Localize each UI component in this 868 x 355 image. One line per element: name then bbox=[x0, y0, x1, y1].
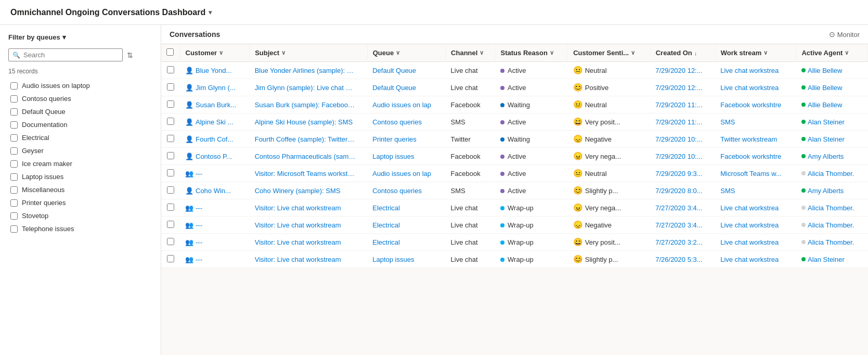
queue-item-audio-issues[interactable]: Audio issues on laptop bbox=[8, 79, 152, 92]
table-row[interactable]: 👤Coho Win...Coho Winery (sample): SMSCon… bbox=[161, 182, 868, 199]
table-row[interactable]: 👥---Visitor: Microsoft Teams workstreanA… bbox=[161, 165, 868, 182]
queue-link[interactable]: Contoso queries bbox=[372, 118, 422, 126]
col-header-customer_senti[interactable]: Customer Senti...∨ bbox=[568, 44, 650, 62]
queue-link[interactable]: Laptop issues bbox=[372, 256, 414, 263]
created-on-link[interactable]: 7/26/2020 5:3... bbox=[655, 256, 702, 263]
work-stream-link[interactable]: Live chat workstrea bbox=[720, 204, 788, 212]
work-stream-link[interactable]: Facebook workshtre bbox=[720, 153, 788, 160]
row-checkbox-cell[interactable] bbox=[161, 96, 180, 113]
queue-link[interactable]: Audio issues on lap bbox=[372, 101, 431, 109]
queue-checkbox-stovetop[interactable] bbox=[10, 212, 18, 220]
agent-link[interactable]: Alan Steiner bbox=[808, 135, 845, 143]
work-stream-link[interactable]: Live chat workstrea bbox=[720, 256, 788, 263]
row-checkbox-cell[interactable] bbox=[161, 148, 180, 165]
agent-link[interactable]: Alan Steiner bbox=[808, 256, 845, 263]
queue-link[interactable]: Default Queue bbox=[372, 84, 416, 92]
row-checkbox[interactable] bbox=[167, 221, 174, 228]
title-chevron-icon[interactable]: ▾ bbox=[209, 9, 212, 16]
queue-link[interactable]: Printer queries bbox=[372, 135, 417, 143]
queue-item-stovetop[interactable]: Stovetop bbox=[8, 209, 152, 222]
queue-checkbox-default-queue[interactable] bbox=[10, 108, 18, 116]
created-on-link[interactable]: 7/29/2020 12:... bbox=[655, 67, 702, 74]
customer-link[interactable]: --- bbox=[196, 204, 202, 212]
col-header-status_reason[interactable]: Status Reason∨ bbox=[495, 44, 568, 62]
row-checkbox[interactable] bbox=[167, 118, 174, 125]
queue-link[interactable]: Audio issues on lap bbox=[372, 170, 431, 178]
row-checkbox[interactable] bbox=[167, 169, 174, 176]
col-header-work_stream[interactable]: Work stream∨ bbox=[715, 44, 796, 62]
work-stream-link[interactable]: Microsoft Teams w... bbox=[720, 170, 788, 178]
col-header-channel[interactable]: Channel∨ bbox=[446, 44, 495, 62]
agent-link[interactable]: Alicia Thomber. bbox=[808, 221, 854, 229]
queue-checkbox-printer-queries[interactable] bbox=[10, 199, 18, 207]
queue-item-electrical[interactable]: Electrical bbox=[8, 131, 152, 144]
subject-link[interactable]: Visitor: Live chat workstream bbox=[255, 238, 356, 246]
customer-link[interactable]: --- bbox=[196, 238, 202, 246]
row-checkbox[interactable] bbox=[167, 204, 174, 211]
customer-link[interactable]: Contoso P... bbox=[196, 153, 232, 160]
created-on-link[interactable]: 7/29/2020 11:... bbox=[655, 118, 702, 126]
subject-link[interactable]: Jim Glynn (sample): Live chat works bbox=[255, 84, 356, 92]
work-stream-link[interactable]: Twitter workstream bbox=[720, 135, 788, 143]
search-input[interactable] bbox=[8, 48, 123, 61]
row-checkbox[interactable] bbox=[167, 186, 174, 194]
filter-header[interactable]: Filter by queues ▾ bbox=[0, 31, 161, 46]
table-row[interactable]: 👤Fourth Cof...Fourth Coffee (sample): Tw… bbox=[161, 131, 868, 148]
queue-checkbox-geyser[interactable] bbox=[10, 147, 18, 155]
row-checkbox-cell[interactable] bbox=[161, 131, 180, 148]
agent-link[interactable]: Amy Alberts bbox=[808, 153, 844, 160]
row-checkbox-cell[interactable] bbox=[161, 182, 180, 199]
work-stream-link[interactable]: Facebook workshtre bbox=[720, 101, 788, 109]
table-row[interactable]: 👥---Visitor: Live chat workstreamElectri… bbox=[161, 217, 868, 234]
subject-link[interactable]: Contoso Pharmaceuticals (sample): bbox=[255, 153, 356, 160]
table-row[interactable]: 👤Alpine Ski ...Alpine Ski House (sample)… bbox=[161, 113, 868, 131]
customer-link[interactable]: Blue Yond... bbox=[196, 67, 231, 74]
queue-link[interactable]: Electrical bbox=[372, 204, 400, 212]
created-on-link[interactable]: 7/29/2020 12:... bbox=[655, 84, 702, 92]
col-header-subject[interactable]: Subject∨ bbox=[250, 44, 368, 62]
subject-link[interactable]: Visitor: Live chat workstream bbox=[255, 256, 356, 263]
queue-item-default-queue[interactable]: Default Queue bbox=[8, 105, 152, 118]
queue-item-laptop-issues[interactable]: Laptop issues bbox=[8, 170, 152, 183]
row-checkbox[interactable] bbox=[167, 100, 174, 108]
table-row[interactable]: 👤Blue Yond...Blue Yonder Airlines (sampl… bbox=[161, 62, 868, 79]
queue-link[interactable]: Contoso queries bbox=[372, 187, 422, 195]
created-on-link[interactable]: 7/29/2020 8:0... bbox=[655, 187, 702, 195]
agent-link[interactable]: Amy Alberts bbox=[808, 187, 844, 195]
table-row[interactable]: 👥---Visitor: Live chat workstreamLaptop … bbox=[161, 251, 868, 268]
row-checkbox-cell[interactable] bbox=[161, 234, 180, 251]
queue-link[interactable]: Electrical bbox=[372, 238, 400, 246]
queue-link[interactable]: Default Queue bbox=[372, 67, 416, 74]
agent-link[interactable]: Allie Bellew bbox=[808, 101, 842, 109]
queue-checkbox-telephone-issues[interactable] bbox=[10, 225, 18, 233]
work-stream-link[interactable]: SMS bbox=[720, 118, 788, 126]
queue-checkbox-miscellaneous[interactable] bbox=[10, 186, 18, 194]
row-checkbox[interactable] bbox=[167, 255, 174, 262]
work-stream-link[interactable]: Live chat workstrea bbox=[720, 67, 788, 74]
created-on-link[interactable]: 7/29/2020 9:3... bbox=[655, 170, 702, 178]
queue-item-ice-cream-maker[interactable]: Ice cream maker bbox=[8, 157, 152, 170]
table-row[interactable]: 👥---Visitor: Live chat workstreamElectri… bbox=[161, 234, 868, 251]
customer-link[interactable]: --- bbox=[196, 256, 202, 263]
work-stream-link[interactable]: Live chat workstrea bbox=[720, 238, 788, 246]
customer-link[interactable]: Fourth Cof... bbox=[196, 135, 233, 143]
queue-item-geyser[interactable]: Geyser bbox=[8, 144, 152, 157]
subject-link[interactable]: Susan Burk (sample): Facebook wor bbox=[255, 101, 356, 109]
customer-link[interactable]: --- bbox=[196, 221, 202, 229]
row-checkbox[interactable] bbox=[167, 152, 174, 159]
row-checkbox[interactable] bbox=[167, 66, 174, 73]
customer-link[interactable]: Alpine Ski ... bbox=[196, 118, 233, 126]
agent-link[interactable]: Alicia Thomber. bbox=[808, 170, 854, 178]
subject-link[interactable]: Alpine Ski House (sample): SMS bbox=[255, 118, 356, 126]
table-row[interactable]: 👥---Visitor: Live chat workstreamElectri… bbox=[161, 199, 868, 217]
queue-link[interactable]: Laptop issues bbox=[372, 153, 414, 160]
customer-link[interactable]: --- bbox=[196, 170, 202, 178]
queue-item-miscellaneous[interactable]: Miscellaneous bbox=[8, 183, 152, 196]
work-stream-link[interactable]: Live chat workstrea bbox=[720, 84, 788, 92]
created-on-link[interactable]: 7/29/2020 10:... bbox=[655, 135, 702, 143]
row-checkbox-cell[interactable] bbox=[161, 217, 180, 234]
agent-link[interactable]: Alicia Thomber. bbox=[808, 204, 854, 212]
queue-item-documentation[interactable]: Documentation bbox=[8, 118, 152, 131]
queue-checkbox-audio-issues[interactable] bbox=[10, 82, 18, 90]
queue-checkbox-laptop-issues[interactable] bbox=[10, 173, 18, 181]
